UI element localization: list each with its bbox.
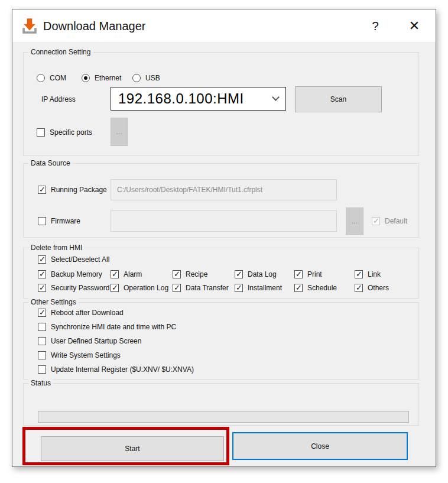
checkbox-label: Default — [385, 217, 407, 225]
checkbox-write-system-settings[interactable]: Write System Settings — [38, 351, 121, 359]
running-package-path-field: C:/Users/root/Desktop/FATEK/HMI/Tut1.cfr… — [111, 179, 337, 200]
checkbox-label: Firmware — [51, 217, 80, 225]
select-deselect-all-checkbox[interactable]: Select/Deselect All — [38, 255, 109, 264]
checkbox-synchronize-hmi-date[interactable]: Synchronize HMI date and time with PC — [38, 323, 176, 331]
checkbox-box — [38, 337, 46, 345]
specific-ports-browse-button[interactable]: ... — [111, 118, 128, 146]
checkbox-label: Print — [307, 270, 322, 278]
checkbox-box — [38, 186, 46, 194]
ip-address-value: 192.168.0.100:HMI — [118, 90, 273, 107]
radio-usb[interactable]: USB — [132, 74, 160, 82]
checkbox-label: Write System Settings — [51, 351, 121, 359]
delete-from-hmi-group: Delete from HMI Select/Deselect All Back… — [23, 248, 419, 299]
status-group: Status — [23, 383, 419, 426]
checkbox-box — [38, 270, 46, 278]
checkbox-box — [38, 323, 46, 331]
window-title: Download Manager — [43, 9, 145, 43]
checkbox-label: Operation Log — [124, 284, 168, 292]
close-button[interactable]: Close — [232, 432, 408, 460]
radio-label: Ethernet — [95, 74, 121, 82]
radio-circle — [37, 74, 45, 82]
checkbox-box — [235, 284, 243, 292]
checkbox-label: Security Password — [51, 284, 109, 292]
checkbox-box — [173, 284, 181, 292]
firmware-path-field — [111, 210, 337, 232]
checkbox-label: Data Log — [248, 270, 277, 278]
help-button[interactable]: ? — [362, 9, 388, 43]
checkbox-schedule[interactable]: Schedule — [294, 284, 337, 292]
checkbox-box — [111, 284, 119, 292]
checkbox-label: Link — [368, 270, 381, 278]
group-legend: Delete from HMI — [28, 244, 85, 252]
specific-ports-checkbox[interactable]: Specific ports — [37, 128, 92, 137]
scan-button[interactable]: Scan — [295, 86, 382, 112]
download-manager-dialog: Download Manager ? ✕ Connection Setting … — [12, 9, 436, 467]
checkbox-label: Specific ports — [50, 128, 92, 137]
checkbox-data-log[interactable]: Data Log — [235, 270, 277, 278]
checkbox-label: Data Transfer — [186, 284, 229, 292]
ip-address-label: IP Address — [41, 95, 76, 103]
checkbox-box — [372, 217, 380, 225]
checkbox-user-defined-startup-screen[interactable]: User Defined Startup Screen — [38, 337, 141, 345]
checkbox-label: Recipe — [186, 270, 207, 278]
default-checkbox: Default — [372, 217, 407, 225]
connection-setting-group: Connection Setting COM Ethernet USB IP A… — [23, 52, 419, 156]
checkbox-label: Running Package — [51, 186, 107, 194]
checkbox-backup-memory[interactable]: Backup Memory — [38, 270, 102, 278]
checkbox-print[interactable]: Print — [294, 270, 322, 278]
checkbox-others[interactable]: Others — [355, 284, 389, 292]
checkbox-box — [38, 284, 46, 292]
other-settings-group: Other Settings Reboot after Download Syn… — [23, 302, 419, 380]
checkbox-label: Reboot after Download — [51, 309, 124, 317]
checkbox-label: User Defined Startup Screen — [51, 337, 141, 345]
checkbox-label: Schedule — [307, 284, 337, 292]
checkbox-label: Synchronize HMI date and time with PC — [51, 323, 176, 331]
checkbox-recipe[interactable]: Recipe — [173, 270, 207, 278]
checkbox-box — [173, 270, 181, 278]
checkbox-box — [294, 270, 303, 278]
checkbox-installment[interactable]: Installment — [235, 284, 282, 292]
start-button[interactable]: Start — [41, 436, 224, 461]
checkbox-label: Backup Memory — [51, 270, 102, 278]
radio-com[interactable]: COM — [37, 74, 66, 82]
checkbox-reboot-after-download[interactable]: Reboot after Download — [38, 309, 124, 317]
data-source-group: Data Source Running Package C:/Users/roo… — [23, 163, 419, 238]
checkbox-box — [38, 217, 46, 225]
radio-ethernet[interactable]: Ethernet — [82, 74, 121, 82]
close-window-button[interactable]: ✕ — [401, 9, 427, 43]
checkbox-box — [235, 270, 243, 278]
start-button-highlight: Start — [22, 427, 229, 465]
checkbox-label: Installment — [248, 284, 282, 292]
ip-address-combobox[interactable]: 192.168.0.100:HMI — [111, 87, 286, 111]
group-legend: Other Settings — [28, 298, 79, 306]
checkbox-link[interactable]: Link — [355, 270, 381, 278]
checkbox-label: Alarm — [124, 270, 142, 278]
checkbox-security-password[interactable]: Security Password — [38, 284, 109, 292]
checkbox-box — [355, 270, 363, 278]
group-legend: Data Source — [28, 159, 73, 167]
title-bar: Download Manager ? ✕ — [12, 9, 436, 43]
checkbox-label: Select/Deselect All — [51, 255, 109, 264]
radio-circle — [132, 74, 141, 82]
chevron-down-icon — [272, 93, 280, 101]
checkbox-label: Others — [368, 284, 389, 292]
download-icon — [21, 17, 38, 35]
running-package-checkbox[interactable]: Running Package — [38, 186, 107, 194]
radio-circle-selected — [82, 74, 90, 82]
checkbox-box — [355, 284, 363, 292]
checkbox-alarm[interactable]: Alarm — [111, 270, 142, 278]
checkbox-data-transfer[interactable]: Data Transfer — [173, 284, 229, 292]
radio-label: USB — [145, 74, 160, 82]
group-legend: Connection Setting — [28, 48, 93, 56]
checkbox-box — [38, 351, 46, 359]
group-legend: Status — [28, 379, 53, 387]
checkbox-operation-log[interactable]: Operation Log — [111, 284, 168, 292]
checkbox-update-internal-register[interactable]: Update Internal Register ($U:XNV/ $U:XNV… — [38, 365, 194, 374]
firmware-browse-button[interactable]: ... — [346, 208, 363, 235]
firmware-checkbox[interactable]: Firmware — [38, 217, 80, 225]
checkbox-box — [111, 270, 119, 278]
checkbox-box — [37, 128, 45, 137]
checkbox-box — [294, 284, 303, 292]
checkbox-box — [38, 255, 46, 264]
progress-bar — [38, 411, 409, 423]
